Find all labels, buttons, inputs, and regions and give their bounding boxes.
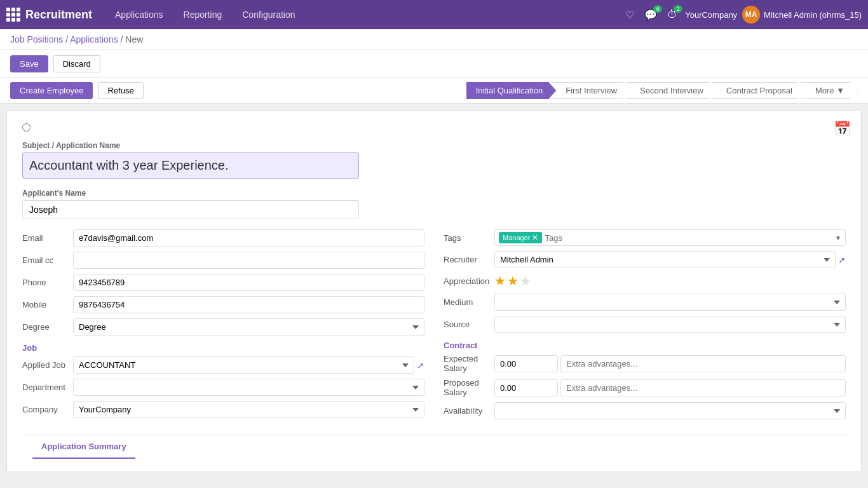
application-name-input[interactable] xyxy=(22,152,359,179)
phone-row: Phone xyxy=(22,274,424,291)
department-row: Department xyxy=(22,379,424,396)
star-1[interactable]: ★ xyxy=(494,273,506,288)
tag-manager-remove[interactable]: ✕ xyxy=(532,233,538,242)
proposed-salary-input[interactable] xyxy=(494,379,558,396)
form-grid: Email Email cc Phone Mobile Degree xyxy=(22,229,846,424)
recruiter-label: Recruiter xyxy=(444,255,494,264)
tags-input[interactable] xyxy=(545,233,832,243)
email-input[interactable] xyxy=(73,229,424,247)
breadcrumb-applications[interactable]: Applications xyxy=(70,34,118,44)
clock-icon[interactable]: ⏱ 2 xyxy=(665,6,680,23)
proposed-salary-label: Proposed Salary xyxy=(444,378,494,397)
contract-section-title: Contract xyxy=(444,341,846,350)
stage-second-interview[interactable]: Second Interview xyxy=(625,82,717,99)
create-employee-button[interactable]: Create Employee xyxy=(10,82,93,99)
email-cc-row: Email cc xyxy=(22,252,424,269)
email-cc-label: Email cc xyxy=(22,255,73,265)
user-avatar: MA xyxy=(742,6,760,24)
applicant-name-input[interactable] xyxy=(22,200,359,219)
company-selector[interactable]: YourCompany xyxy=(685,10,737,20)
toolbar: Save Discard xyxy=(0,50,868,78)
bottom-tabs: Application Summary xyxy=(22,435,846,459)
company-select[interactable]: YourCompany xyxy=(73,401,424,418)
breadcrumb-new: New xyxy=(125,34,143,44)
save-button[interactable]: Save xyxy=(10,55,48,72)
appreciation-stars[interactable]: ★ ★ ★ xyxy=(494,273,531,288)
tags-label: Tags xyxy=(444,233,494,243)
radio-row xyxy=(22,123,846,133)
subject-label: Subject / Application Name xyxy=(22,141,846,150)
source-label: Source xyxy=(444,320,494,329)
proposed-extra-input[interactable] xyxy=(560,379,846,396)
availability-row: Availability xyxy=(444,402,846,419)
topnav-right: ♡ 💬 6 ⏱ 2 YourCompany MA Mitchell Admin … xyxy=(623,6,862,24)
tab-application-summary[interactable]: Application Summary xyxy=(32,435,135,459)
app-logo[interactable]: Recruitment xyxy=(6,8,92,22)
refuse-button[interactable]: Refuse xyxy=(98,82,143,99)
degree-row: Degree Degree xyxy=(22,318,424,336)
tags-field[interactable]: Manager ✕ ▼ xyxy=(494,229,846,246)
nav-reporting[interactable]: Reporting xyxy=(173,0,233,29)
email-cc-input[interactable] xyxy=(73,252,424,269)
stage-initial-qualification[interactable]: Initial Qualification xyxy=(466,82,557,99)
company-row: Company YourCompany xyxy=(22,401,424,418)
email-label: Email xyxy=(22,233,73,243)
breadcrumb: Job Positions / Applications / New xyxy=(0,29,868,50)
mobile-row: Mobile xyxy=(22,296,424,313)
statusbar: Create Employee Refuse Initial Qualifica… xyxy=(0,78,868,104)
applied-job-row: Applied Job ACCOUNTANT ➚ xyxy=(22,356,424,374)
recruiter-select[interactable]: Mitchell Admin xyxy=(494,251,836,268)
chat-badge: 6 xyxy=(653,5,662,13)
appreciation-label: Appreciation xyxy=(444,276,494,286)
app-name: Recruitment xyxy=(25,8,92,22)
applied-job-external-link[interactable]: ➚ xyxy=(417,360,424,370)
form-right: Tags Manager ✕ ▼ Recruiter Mitche xyxy=(444,229,846,424)
recruiter-row: Recruiter Mitchell Admin ➚ xyxy=(444,251,846,268)
mobile-input[interactable] xyxy=(73,296,424,313)
stage-contract-proposal[interactable]: Contract Proposal xyxy=(712,82,806,99)
source-select[interactable] xyxy=(494,316,846,333)
mobile-label: Mobile xyxy=(22,300,73,309)
status-radio[interactable] xyxy=(22,123,31,132)
grid-icon xyxy=(6,8,20,22)
tags-row: Tags Manager ✕ ▼ xyxy=(444,229,846,246)
department-select[interactable] xyxy=(73,379,424,396)
email-row: Email xyxy=(22,229,424,247)
expected-salary-row: Expected Salary xyxy=(444,354,846,373)
tags-dropdown-icon[interactable]: ▼ xyxy=(835,234,841,241)
chat-icon[interactable]: 💬 6 xyxy=(642,6,660,24)
user-menu[interactable]: MA Mitchell Admin (ohrms_15) xyxy=(742,6,862,24)
stages-container: Initial Qualification First Interview Se… xyxy=(466,82,858,99)
form-left: Email Email cc Phone Mobile Degree xyxy=(22,229,424,424)
clock-badge: 2 xyxy=(674,5,682,13)
star-2[interactable]: ★ xyxy=(507,273,519,288)
tag-manager: Manager ✕ xyxy=(499,232,542,243)
availability-select[interactable] xyxy=(494,402,846,419)
discard-button[interactable]: Discard xyxy=(53,55,100,72)
recruiter-external-link[interactable]: ➚ xyxy=(838,255,846,265)
topnav: Recruitment Applications Reporting Confi… xyxy=(0,0,868,29)
source-row: Source xyxy=(444,316,846,333)
more-stages-button[interactable]: More ▼ xyxy=(801,82,858,99)
department-label: Department xyxy=(22,383,73,392)
nav-applications[interactable]: Applications xyxy=(105,0,173,29)
main-content: 📅 Subject / Application Name Applicant's… xyxy=(0,104,868,478)
notification-bell-icon[interactable]: ♡ xyxy=(623,6,637,24)
calendar-icon[interactable]: 📅 xyxy=(834,121,851,137)
user-name: Mitchell Admin (ohrms_15) xyxy=(764,10,862,20)
degree-select[interactable]: Degree xyxy=(73,318,424,336)
applied-job-select[interactable]: ACCOUNTANT xyxy=(73,356,414,374)
expected-salary-input[interactable] xyxy=(494,355,558,372)
phone-input[interactable] xyxy=(73,274,424,291)
medium-label: Medium xyxy=(444,297,494,307)
availability-label: Availability xyxy=(444,406,494,416)
breadcrumb-job-positions[interactable]: Job Positions xyxy=(10,34,63,44)
medium-row: Medium xyxy=(444,294,846,311)
form-card: 📅 Subject / Application Name Applicant's… xyxy=(6,110,862,472)
nav-configuration[interactable]: Configuration xyxy=(232,0,305,29)
stage-first-interview[interactable]: First Interview xyxy=(551,82,630,99)
appreciation-row: Appreciation ★ ★ ★ xyxy=(444,273,846,288)
medium-select[interactable] xyxy=(494,294,846,311)
expected-extra-input[interactable] xyxy=(560,355,846,372)
star-3[interactable]: ★ xyxy=(520,273,531,288)
